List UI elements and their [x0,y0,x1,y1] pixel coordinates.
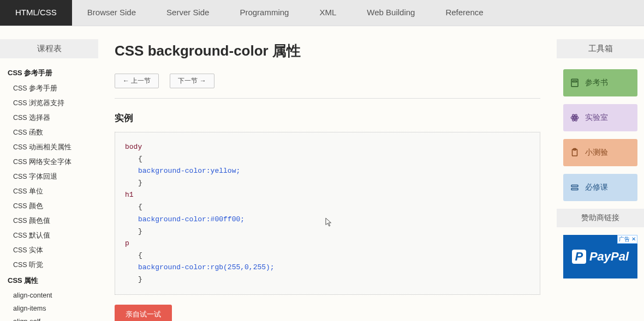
code-brace-close: } [125,177,142,189]
toolbox-title: 工具箱 [557,39,644,58]
toolbox-button-label: 实验室 [585,113,608,123]
svg-rect-9 [571,189,578,190]
clipboard-icon [570,148,580,158]
code-brace-close: } [125,274,142,286]
code-property: background-color:rgb(255,0,255); [125,262,275,274]
toolbox-button-label: 小测验 [585,148,608,158]
try-it-button[interactable]: 亲自试一试 [115,305,172,321]
sidebar-link[interactable]: align-self [0,315,98,321]
mouse-cursor-icon [325,217,333,227]
book-icon [570,78,580,88]
code-brace-open: { [125,201,142,213]
prev-button[interactable]: ← 上一节 [115,74,159,88]
sidebar-link[interactable]: CSS 动画相关属性 [0,140,98,155]
ad-tag[interactable]: 广告 ✕ [617,235,637,244]
code-property: background-color:yellow; [125,165,240,177]
atom-icon [570,113,580,123]
paypal-icon: P [572,250,586,264]
main-content: CSS background-color 属性 ← 上一节 下一节 → 实例 b… [98,26,557,321]
sidebar-link[interactable]: CSS 函数 [0,125,98,140]
sponsor-title: 赞助商链接 [557,209,644,227]
example-heading: 实例 [115,112,540,124]
divider [115,98,540,99]
code-selector: h1 [125,191,134,199]
code-brace-open: { [125,153,142,165]
sidebar-left: 课程表 CSS 参考手册CSS 参考手册CSS 浏览器支持CSS 选择器CSS … [0,26,98,321]
topnav-item[interactable]: HTML/CSS [0,0,72,26]
sidebar-title: 课程表 [0,39,98,58]
next-button[interactable]: 下一节 → [170,74,214,88]
svg-rect-0 [571,79,578,87]
code-brace-open: { [125,250,142,262]
sidebar-link[interactable]: CSS 颜色值 [0,214,98,228]
toolbox-button[interactable]: 必修课 [563,174,637,201]
sidebar-link[interactable]: align-items [0,302,98,315]
code-selector: body [125,143,142,151]
ad-banner[interactable]: 广告 ✕ P PayPal [563,235,637,278]
sidebar-section-head: CSS 属性 [0,272,98,289]
toolbox-button-label: 必修课 [585,183,608,192]
topnav-item[interactable]: Programming [224,0,304,26]
svg-point-2 [574,117,576,119]
sidebar-link[interactable]: CSS 实体 [0,243,98,258]
stack-icon [570,183,580,192]
sidebar-link[interactable]: CSS 默认值 [0,228,98,243]
topnav-item[interactable]: XML [304,0,351,26]
sidebar-sections: CSS 参考手册CSS 参考手册CSS 浏览器支持CSS 选择器CSS 函数CS… [0,65,98,321]
topnav-item[interactable]: Web Building [351,0,430,26]
topnav-item[interactable]: Browser Side [72,0,151,26]
sidebar-link[interactable]: CSS 单位 [0,184,98,199]
sidebar-link[interactable]: CSS 参考手册 [0,81,98,96]
toolbox-button[interactable]: 参考书 [563,69,637,96]
sidebar-right: 工具箱 参考书实验室小测验必修课 赞助商链接 广告 ✕ P PayPal [557,26,644,321]
topnav-item[interactable]: Server Side [151,0,224,26]
toolbox-button-label: 参考书 [585,78,608,88]
svg-rect-1 [573,81,577,82]
code-selector: p [125,239,129,247]
sidebar-section-head: CSS 参考手册 [0,65,98,81]
sidebar-link[interactable]: CSS 浏览器支持 [0,96,98,111]
sidebar-link[interactable]: CSS 选择器 [0,111,98,125]
top-nav: HTML/CSSBrowser SideServer SideProgrammi… [0,0,644,26]
topnav-item[interactable]: Reference [430,0,498,26]
sidebar-link[interactable]: align-content [0,289,98,302]
ad-brand: PayPal [589,250,629,264]
page-title: CSS background-color 属性 [115,41,540,60]
svg-rect-8 [571,185,578,187]
code-example: body { background-color:yellow; } h1 { b… [115,132,540,295]
sidebar-link[interactable]: CSS 字体回退 [0,169,98,184]
sidebar-link[interactable]: CSS 听觉 [0,258,98,272]
sidebar-link[interactable]: CSS 网络安全字体 [0,155,98,169]
code-brace-close: } [125,226,142,238]
code-property: background-color:#00ff00; [125,214,245,226]
toolbox-button[interactable]: 实验室 [563,104,637,131]
sidebar-link[interactable]: CSS 颜色 [0,199,98,214]
toolbox-button[interactable]: 小测验 [563,139,637,166]
